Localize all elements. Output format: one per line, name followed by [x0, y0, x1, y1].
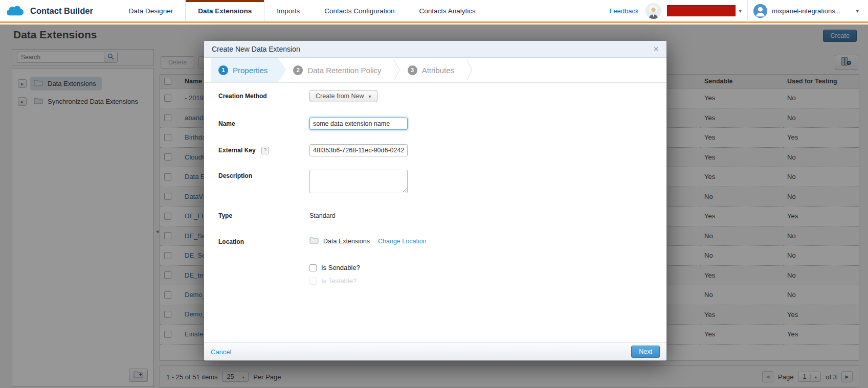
step-attributes[interactable]: 3 Attributes: [400, 58, 466, 82]
change-location-link[interactable]: Change Location: [378, 238, 427, 245]
step-label: Attributes: [422, 66, 454, 75]
cloud-logo-icon: [7, 5, 26, 17]
step-separator-chevron-icon: [466, 58, 473, 82]
type-value: Standard: [309, 210, 336, 219]
name-input[interactable]: [309, 118, 408, 130]
feedback-link[interactable]: Feedback: [609, 7, 638, 15]
header-right: Feedback ▾ mixpanel-integrations... ▾: [609, 0, 868, 21]
location-label: Location: [218, 236, 309, 245]
account-switcher-caret-icon[interactable]: ▾: [739, 8, 742, 14]
description-label: Description: [218, 170, 309, 193]
account-name[interactable]: mixpanel-integrations...: [772, 7, 840, 15]
top-nav: Data Designer Data Extensions Imports Co…: [117, 0, 488, 21]
is-testable-label: Is Testable?: [321, 277, 357, 285]
is-sendable-row: Is Sendable?: [309, 264, 666, 271]
step-number-badge: 3: [408, 65, 417, 75]
step-label: Properties: [233, 66, 268, 75]
name-label: Name: [218, 118, 309, 130]
creation-method-value: Create from New: [316, 93, 364, 100]
folder-icon: [309, 237, 319, 245]
nav-item-data-extensions[interactable]: Data Extensions: [185, 0, 264, 21]
nav-item-imports[interactable]: Imports: [264, 0, 312, 21]
create-data-extension-modal: Create New Data Extension × 1 Properties…: [204, 40, 667, 361]
nav-item-data-designer[interactable]: Data Designer: [117, 0, 185, 21]
is-testable-row: Is Testable?: [309, 277, 666, 285]
is-sendable-checkbox[interactable]: [309, 264, 317, 271]
modal-body: Creation Method Create from New ▾ Name E…: [204, 83, 666, 343]
location-value: Data Extensions: [323, 238, 370, 245]
wizard-steps: 1 Properties 2 Data Retention Policy 3 A…: [204, 58, 666, 83]
external-key-label: External Key ?: [218, 144, 309, 156]
type-label: Type: [218, 210, 309, 219]
cancel-button[interactable]: Cancel: [211, 348, 231, 356]
redacted-account-switcher[interactable]: [667, 5, 736, 16]
step-properties[interactable]: 1 Properties: [211, 58, 286, 82]
nav-item-contacts-configuration[interactable]: Contacts Configuration: [312, 0, 407, 21]
modal-footer: Cancel Next: [204, 343, 666, 360]
modal-title: Create New Data Extension: [212, 45, 300, 53]
creation-method-label: Creation Method: [218, 90, 309, 102]
is-sendable-label: Is Sendable?: [321, 264, 360, 271]
next-button[interactable]: Next: [631, 346, 660, 358]
external-key-input[interactable]: [309, 144, 408, 156]
step-label: Data Retention Policy: [307, 66, 381, 75]
creation-method-dropdown[interactable]: Create from New ▾: [309, 90, 377, 102]
app-title: Contact Builder: [30, 6, 93, 16]
is-testable-checkbox: [309, 278, 317, 285]
step-number-badge: 2: [293, 65, 303, 75]
einstein-avatar-icon[interactable]: [646, 3, 661, 19]
step-data-retention-policy[interactable]: 2 Data Retention Policy: [286, 58, 393, 82]
header-divider: [747, 0, 748, 22]
modal-header: Create New Data Extension ×: [204, 41, 666, 58]
user-avatar-icon[interactable]: [753, 4, 767, 18]
step-number-badge: 1: [218, 65, 228, 75]
app-header: Contact Builder Data Designer Data Exten…: [0, 0, 868, 23]
chevron-down-icon: ▾: [368, 94, 371, 99]
help-icon[interactable]: ?: [261, 147, 269, 154]
step-separator-chevron-icon: [394, 58, 400, 82]
description-textarea[interactable]: [309, 170, 408, 193]
nav-item-contacts-analytics[interactable]: Contacts Analytics: [407, 0, 488, 21]
close-icon[interactable]: ×: [653, 45, 659, 53]
account-menu-caret-icon[interactable]: ▾: [856, 8, 859, 14]
